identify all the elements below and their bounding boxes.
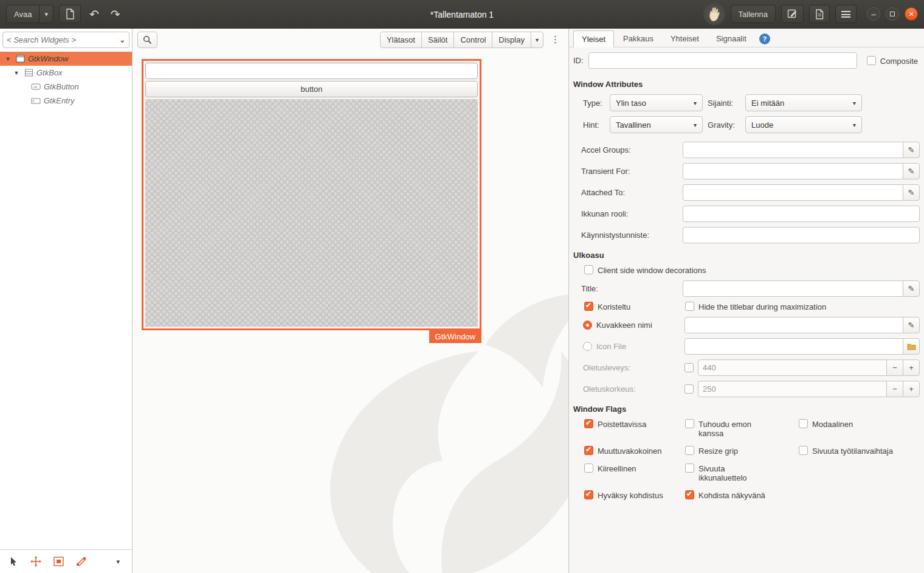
tab-common[interactable]: Yhteiset (663, 30, 707, 47)
chevron-down-icon: ▾ (694, 122, 697, 128)
margins-tool-button[interactable] (51, 554, 66, 569)
tools-dropdown-button[interactable]: ▾ (110, 555, 126, 568)
flag-destroy-with-parent[interactable]: Tuhoudu emon kanssa (685, 419, 799, 438)
save-as-button[interactable] (781, 5, 804, 23)
tab-packing[interactable]: Pakkaus (615, 30, 661, 47)
expander-icon[interactable]: ▼ (4, 56, 12, 62)
filter-control-button[interactable]: Control (453, 32, 492, 48)
position-select[interactable]: Ei mitään ▾ (745, 94, 862, 111)
flag-accept-focus[interactable]: Hyväksy kohdistus (584, 490, 685, 500)
transient-for-input[interactable] (683, 163, 903, 179)
accel-groups-input[interactable] (683, 142, 903, 158)
tree-item-gtkbutton[interactable]: ok GtkButton (0, 80, 132, 94)
tab-general[interactable]: Yleiset (573, 30, 614, 47)
grid-spacer (799, 490, 920, 500)
tree-toolbar: ▾ (0, 549, 132, 573)
new-project-button[interactable] (59, 5, 81, 23)
icon-file-label: Icon File (596, 342, 626, 351)
title-input[interactable] (683, 280, 903, 297)
flag-skip-taskbar[interactable]: Sivuuta ikkunaluettelo (685, 464, 799, 482)
design-canvas[interactable]: Ylätasot Säilöt Control Display ▾ ⋮ butt… (133, 29, 568, 573)
default-height-increment-button[interactable]: + (903, 381, 920, 397)
maximize-icon (890, 12, 895, 16)
default-height-input[interactable] (698, 381, 887, 397)
id-input[interactable] (588, 52, 857, 69)
redo-button[interactable]: ↷ (108, 6, 123, 23)
hint-select[interactable]: Tavallinen ▾ (610, 116, 703, 133)
icon-file-browse-button[interactable] (903, 338, 920, 355)
search-icon (143, 35, 152, 44)
composite-checkbox[interactable]: Composite (867, 56, 918, 66)
search-button[interactable] (137, 32, 157, 48)
open-button[interactable]: Avaa ▾ (6, 5, 53, 23)
tab-signals[interactable]: Signaalit (708, 30, 754, 47)
default-width-decrement-button[interactable]: − (886, 359, 903, 376)
transient-for-edit-button[interactable]: ✎ (903, 163, 920, 179)
default-height-enable-checkbox[interactable] (684, 384, 694, 394)
search-row: ⌄⌄ (0, 29, 132, 50)
properties-button[interactable] (809, 5, 830, 23)
design-empty-area[interactable] (145, 99, 478, 327)
default-width-input[interactable] (698, 359, 887, 376)
filter-toplevels-button[interactable]: Ylätasot (380, 32, 422, 48)
design-gtkwindow[interactable]: button GtkWindow (142, 59, 481, 330)
default-width-enable-checkbox[interactable] (684, 363, 694, 372)
id-label: ID: (573, 56, 584, 65)
attached-to-input[interactable] (683, 184, 903, 201)
flag-resize-grip[interactable]: Resize grip (685, 446, 799, 456)
default-height-decrement-button[interactable]: − (886, 381, 903, 397)
accel-groups-edit-button[interactable]: ✎ (903, 142, 920, 158)
flag-resizable[interactable]: Muuttuvakokoinen (584, 446, 685, 456)
filter-more-button[interactable]: ▾ (531, 32, 543, 48)
flag-focus-on-map[interactable]: Kohdista näkyvänä (685, 490, 799, 500)
widget-search-box[interactable]: ⌄⌄ (2, 32, 129, 48)
widget-search-input[interactable] (7, 35, 120, 44)
select-tool-button[interactable] (6, 554, 21, 569)
close-button[interactable]: × (905, 7, 918, 21)
design-button-label: button (300, 85, 322, 94)
tree-item-gtkwindow[interactable]: ▼ GtkWindow (0, 52, 132, 66)
decorated-checkbox[interactable]: Koristeltu (584, 302, 685, 311)
csd-checkbox[interactable]: Client side window decorations (584, 265, 924, 275)
hide-titlebar-checkbox[interactable]: Hide the titlebar during maximization (685, 302, 826, 311)
gravity-select[interactable]: Luode ▾ (745, 116, 862, 133)
startup-id-input[interactable] (683, 227, 920, 243)
icon-file-radio[interactable]: Icon File (583, 342, 684, 351)
maximize-button[interactable] (886, 7, 899, 21)
canvas-menu-button[interactable]: ⋮ (547, 34, 564, 45)
default-width-label: Oletusleveys: (583, 363, 684, 372)
flag-urgent[interactable]: Kiireellinen (584, 464, 685, 482)
filter-containers-button[interactable]: Säilöt (421, 32, 455, 48)
checkbox-icon (685, 490, 694, 499)
expander-icon[interactable]: ▼ (12, 70, 21, 76)
alignment-tool-button[interactable] (74, 554, 88, 569)
tree-item-gtkbox[interactable]: ▼ GtkBox (0, 66, 132, 80)
info-icon[interactable]: ? (759, 33, 770, 44)
flag-skip-pager[interactable]: Sivuuta työtilanvaihtaja (799, 446, 920, 456)
checkbox-icon (685, 446, 694, 455)
save-button[interactable]: Tallenna (731, 5, 776, 23)
drag-resize-tool-button[interactable] (29, 554, 43, 569)
flag-label: Muuttuvakokoinen (598, 446, 662, 456)
flag-deletable[interactable]: Poistettavissa (584, 419, 685, 438)
design-gtkbutton[interactable]: button (145, 81, 478, 97)
undo-button[interactable]: ↶ (86, 6, 102, 23)
icon-name-radio[interactable]: Kuvakkeen nimi (583, 321, 684, 330)
tree-item-gtkentry[interactable]: GtkEntry (0, 94, 132, 108)
icon-file-input[interactable] (684, 338, 903, 355)
default-width-increment-button[interactable]: + (903, 359, 920, 376)
type-select[interactable]: Ylin taso ▾ (610, 94, 703, 111)
pencil-icon: ✎ (908, 145, 915, 155)
minimize-button[interactable]: – (867, 7, 880, 21)
menu-button[interactable] (835, 5, 857, 23)
chevron-down-icon[interactable]: ▾ (40, 10, 53, 18)
window-role-input[interactable] (683, 206, 920, 222)
icon-name-input[interactable] (684, 317, 903, 333)
chevron-down-icon[interactable]: ⌄⌄ (120, 38, 125, 41)
design-gtkentry[interactable] (145, 63, 478, 79)
title-edit-button[interactable]: ✎ (903, 280, 920, 297)
icon-name-edit-button[interactable]: ✎ (903, 317, 920, 333)
flag-modal[interactable]: Modaalinen (799, 419, 920, 438)
attached-to-edit-button[interactable]: ✎ (903, 184, 920, 201)
filter-display-button[interactable]: Display (492, 32, 531, 48)
